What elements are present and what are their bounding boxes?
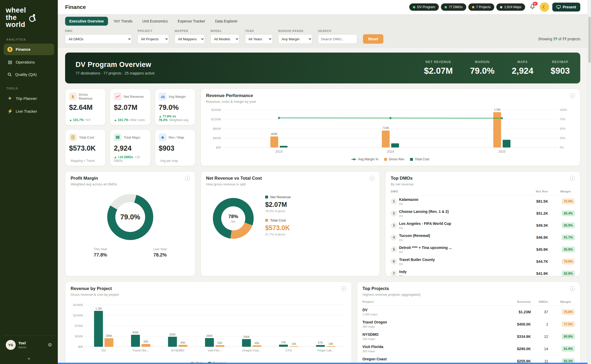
info-icon[interactable]: i bbox=[570, 176, 575, 181]
dmo-row-kalamazoo[interactable]: 1KalamazooDV$81.5K70.9% bbox=[391, 195, 575, 207]
legend-item-gross-rev: Gross Rev bbox=[384, 157, 404, 161]
reset-button[interactable]: Reset bbox=[363, 34, 383, 44]
filter-select-margin-range[interactable]: Any Margin bbox=[278, 34, 312, 44]
header-pill-77-dmos[interactable]: 77 DMOs bbox=[441, 3, 466, 11]
tab-data-explorer[interactable]: Data Explorer bbox=[211, 17, 242, 26]
filter-select-project[interactable]: All Projects bbox=[138, 34, 169, 44]
tab-expense-tracker[interactable]: Expense Tracker bbox=[173, 17, 209, 26]
svg-text:469K: 469K bbox=[271, 132, 278, 135]
project-row-travel-oregon[interactable]: Travel Oregon380 maps$400.0K177.0% bbox=[362, 318, 575, 330]
project-revenue: $334.8K bbox=[501, 334, 535, 339]
money-bag-icon: $ bbox=[72, 94, 74, 99]
avatar: YG bbox=[6, 340, 16, 350]
kpi-value: 79.0% bbox=[159, 104, 191, 112]
search-input[interactable] bbox=[318, 34, 357, 44]
margin-badge: 85.9% bbox=[562, 223, 575, 228]
tab-executive-overview[interactable]: Executive Overview bbox=[65, 17, 108, 26]
theme-toggle[interactable]: ☾ bbox=[540, 2, 549, 12]
filter-select-mapper[interactable]: All Mappers bbox=[175, 34, 205, 44]
scrollbar-thumb[interactable] bbox=[588, 17, 591, 63]
svg-text:NYSDMO: NYSDMO bbox=[171, 349, 184, 352]
gear-icon[interactable]: ⚙ bbox=[48, 342, 52, 348]
dmo-row-choose-lansing-ren-1-2[interactable]: 2Choose Lansing (Ren. 1 & 2)DV$51.2K85.4… bbox=[391, 207, 575, 219]
present-button[interactable]: Present bbox=[552, 3, 580, 12]
coin-icon: $ bbox=[7, 47, 13, 52]
svg-text:256K: 256K bbox=[243, 335, 249, 338]
dmo-net-rev: $45.9K bbox=[523, 247, 552, 252]
filter-select-year[interactable]: All Years bbox=[245, 34, 272, 44]
line-swatch bbox=[351, 159, 356, 160]
notifications-button[interactable]: 9+ bbox=[528, 3, 537, 12]
revenue-by-project-titles: Revenue by Project Gross revenue & cost … bbox=[71, 286, 119, 297]
project-row-nysdmo[interactable]: NYSDMO240 maps$334.8K1280.8% bbox=[362, 330, 575, 343]
profit-margin-card: Profit Margin Weighted avg across all DM… bbox=[65, 171, 195, 276]
card-subtitle: By net revenue bbox=[391, 182, 413, 186]
row-margins-dmos: Profit Margin Weighted avg across all DM… bbox=[65, 171, 580, 276]
scrollbar-track[interactable] bbox=[588, 0, 591, 364]
stat-label: This Year bbox=[94, 247, 107, 251]
svg-text:Oregon Coa...: Oregon Coa... bbox=[242, 349, 261, 352]
top-dmos-columns: DMONet RevMargin bbox=[391, 186, 575, 195]
svg-text:$1600K: $1600K bbox=[211, 108, 221, 111]
revenue-by-project-head: Revenue by Project Gross revenue & cost … bbox=[71, 286, 346, 297]
sidebar-collapse-button[interactable]: « bbox=[4, 354, 54, 364]
tab-yoy-trends[interactable]: YoY Trends bbox=[110, 17, 137, 26]
project-row-visit-florida[interactable]: Visit Florida393 maps$290.0K1481.9% bbox=[362, 343, 575, 355]
filter-select-dmo[interactable]: All DMOs bbox=[65, 34, 132, 44]
header-pill-2-924-maps[interactable]: 2,924 Maps bbox=[496, 3, 525, 11]
square-swatch bbox=[410, 158, 413, 161]
sidebar-item-operations[interactable]: ▤Operations bbox=[4, 56, 54, 68]
legend-item-avg-margin: Avg Margin % bbox=[351, 157, 378, 161]
project-row-dv[interactable]: DV1,396 maps$1.23M3776.8% bbox=[362, 306, 575, 318]
card-title: Top Projects bbox=[362, 286, 420, 291]
top-header: Finance DV Program77 DMOs7 Projects2,924… bbox=[58, 0, 588, 14]
legend-label: Avg Margin % bbox=[358, 157, 378, 161]
info-icon[interactable]: i bbox=[370, 176, 374, 181]
filter-label-mapper: MAPPER bbox=[175, 29, 205, 32]
user-card[interactable]: YG Yoel Admin ⚙ bbox=[4, 335, 54, 354]
entry-label: Net Revenue bbox=[270, 195, 291, 199]
card-title: Profit Margin bbox=[71, 176, 117, 181]
sidebar-item-trip-planner[interactable]: ✈Trip Planner bbox=[4, 93, 54, 104]
revenue-performance-head: Revenue Performance Revenue, costs & mar… bbox=[206, 93, 575, 104]
dmo-row-detroit-tina-upcoming[interactable]: 5Detroit **** + Tina upcoming ...DV$45.9… bbox=[391, 243, 575, 255]
svg-text:2023: 2023 bbox=[275, 150, 283, 153]
net-revenue-entry: Net Revenue $2.07M 78.3% of gross bbox=[265, 195, 291, 213]
profit-margin-head: Profit Margin Weighted avg across all DM… bbox=[71, 176, 190, 186]
info-icon[interactable]: i bbox=[185, 176, 190, 181]
dmo-row-travel-butler-county[interactable]: 6Travel Butler CountyDV$44.7K78.6% bbox=[391, 255, 575, 268]
dmo-row-indy[interactable]: 7IndyDV$41.9K82.8% bbox=[391, 268, 575, 276]
tab-unit-economics[interactable]: Unit Economics bbox=[138, 17, 172, 26]
kpi-card-gross-revenue: $Gross Revenue$2.64M▲ 101.7%YoY bbox=[65, 89, 106, 125]
dmo-row-los-angeles-fifa-world-cup[interactable]: 3Los Angeles - FIFA World CupDV$49.3K85.… bbox=[391, 219, 575, 231]
showing-count-value: 77 bbox=[553, 37, 557, 41]
info-icon[interactable]: i bbox=[570, 286, 575, 291]
sidebar-item-quality-qa[interactable]: Quality (QA) bbox=[4, 69, 54, 80]
sidebar-item-live-tracker[interactable]: ⚡Live Tracker bbox=[4, 105, 54, 117]
info-icon[interactable]: i bbox=[341, 286, 346, 291]
dmo-row-tucson-renewal[interactable]: 4Tucson (Renewal)DV$46.9K91.7% bbox=[391, 231, 575, 243]
header-pill-dv-program[interactable]: DV Program bbox=[409, 3, 439, 11]
kpi-footnote: Mapping + Travel bbox=[69, 159, 102, 163]
info-icon[interactable]: i bbox=[570, 93, 575, 98]
filter-select-model[interactable]: All Models bbox=[211, 34, 239, 44]
svg-text:64K: 64K bbox=[180, 341, 185, 344]
dmo-name-block: Tucson (Renewal)DV bbox=[399, 234, 523, 242]
total-cost-swatch bbox=[265, 219, 268, 222]
margin-badge: 81.9% bbox=[562, 346, 575, 352]
filter-field-margin-range: MARGIN RANGEAny Margin bbox=[278, 29, 312, 44]
net-vs-cost-head: Net Revenue vs Total Cost How gross reve… bbox=[206, 176, 374, 186]
project-sub: 393 maps bbox=[362, 350, 501, 353]
legend-label: Gross Rev bbox=[389, 157, 404, 161]
rank-badge: 5 bbox=[391, 246, 397, 253]
map-icon bbox=[115, 135, 120, 140]
sidebar-item-finance[interactable]: $Finance bbox=[4, 44, 54, 55]
entry-share: 21.7% of gross bbox=[265, 233, 291, 236]
header-pill-7-projects[interactable]: 7 Projects bbox=[468, 3, 495, 11]
filter-field-project: PROJECTAll Projects bbox=[138, 29, 169, 44]
diamond-icon: ◆ bbox=[161, 135, 164, 140]
svg-text:57K: 57K bbox=[318, 341, 323, 344]
hero-stat-maps: MAPS2,924 bbox=[512, 60, 533, 76]
dmo-sub: DV bbox=[399, 251, 523, 254]
hero-stat-rev-map: REV/MAP$903 bbox=[551, 60, 570, 76]
